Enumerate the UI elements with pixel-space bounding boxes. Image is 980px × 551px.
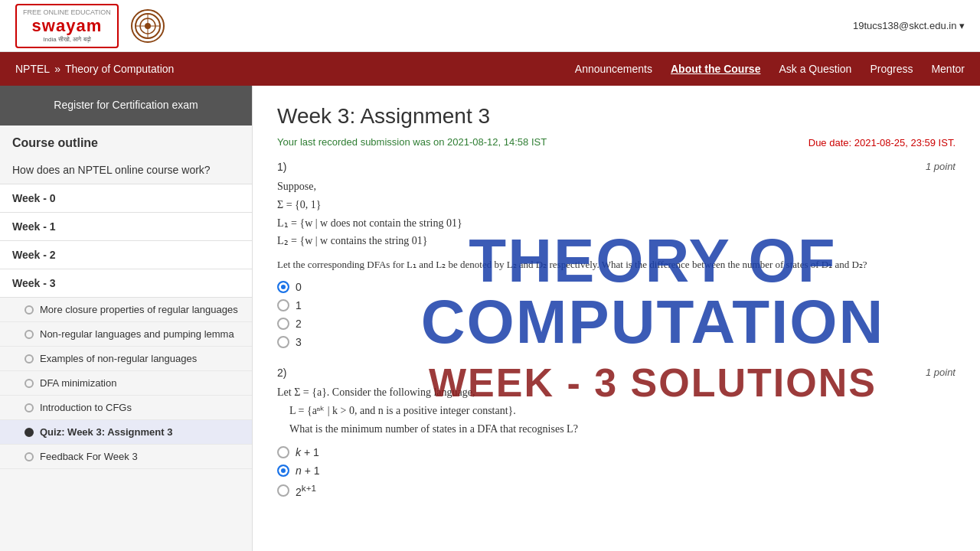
option-label: 1 xyxy=(296,299,302,311)
sidebar-item-week0[interactable]: Week - 0 xyxy=(0,184,252,213)
option-label: 2k+1 xyxy=(296,483,316,498)
radio-btn[interactable] xyxy=(277,318,289,330)
sidebar-sub-nonregular[interactable]: Non-regular languages and pumping lemma xyxy=(0,322,252,347)
q2-options: k + 1 n + 1 2k+1 xyxy=(277,446,956,498)
sidebar-sub-cfg[interactable]: Introduction to CFGs xyxy=(0,396,252,420)
q2-option-1[interactable]: n + 1 xyxy=(277,465,956,477)
q2-language: L = {aⁿᵏ | k > 0, and n is a positive in… xyxy=(289,402,956,420)
question-1: 1) 1 point Suppose, Σ = {0, 1} L₁ = {w |… xyxy=(277,161,956,348)
option-label: n + 1 xyxy=(296,465,320,477)
sidebar-sub-dfa[interactable]: DFA minimization xyxy=(0,371,252,396)
nav-links: Announcements About the Course Ask a Que… xyxy=(575,63,965,75)
option-label: k + 1 xyxy=(296,446,319,458)
breadcrumb: NPTEL » Theory of Computation xyxy=(15,63,174,75)
nav-bar: NPTEL » Theory of Computation Announceme… xyxy=(0,52,980,86)
radio-icon xyxy=(24,305,34,315)
cert-exam-button[interactable]: Register for Certification exam xyxy=(0,86,252,126)
sidebar-item-week3[interactable]: Week - 3 xyxy=(0,269,252,298)
radio-btn[interactable] xyxy=(277,446,289,458)
q2-header: 2) 1 point xyxy=(277,367,956,379)
nav-about[interactable]: About the Course xyxy=(671,63,760,75)
assignment-title: Week 3: Assignment 3 xyxy=(277,104,956,129)
q1-l2: L₂ = {w | w contains the string 01} xyxy=(277,232,956,250)
top-bar: FREE ONLINE EDUCATION swayam India सीखो,… xyxy=(0,0,980,52)
q2-intro: Let Σ = {a}. Consider the following lang… xyxy=(277,383,956,402)
logo-main-text: swayam xyxy=(32,16,103,36)
q2-num: 2) xyxy=(277,367,286,379)
sidebar-item-week1[interactable]: Week - 1 xyxy=(0,213,252,241)
logo-sub-text: FREE ONLINE EDUCATION xyxy=(23,8,111,16)
q1-header: 1) 1 point xyxy=(277,161,956,173)
nptel-emblem xyxy=(131,9,165,43)
radio-icon xyxy=(24,354,34,364)
q1-options: 0 1 2 3 xyxy=(277,281,956,348)
content-area: THEORY OF COMPUTATION WEEK - 3 SOLUTIONS… xyxy=(253,86,980,551)
q2-option-0[interactable]: k + 1 xyxy=(277,446,956,458)
option-label: 3 xyxy=(296,336,302,348)
q1-num: 1) xyxy=(277,161,286,173)
q1-body: Suppose, Σ = {0, 1} L₁ = {w | w does not… xyxy=(277,178,956,273)
nav-ask[interactable]: Ask a Question xyxy=(779,63,851,75)
option-label: 2 xyxy=(296,318,302,330)
logo-area: FREE ONLINE EDUCATION swayam India सीखो,… xyxy=(15,4,165,48)
q2-option-2[interactable]: 2k+1 xyxy=(277,483,956,498)
course-outline-title: Course outline xyxy=(0,126,252,156)
sidebar-sub-quiz[interactable]: Quiz: Week 3: Assignment 3 xyxy=(0,420,252,445)
question-2: 2) 1 point Let Σ = {a}. Consider the fol… xyxy=(277,367,956,497)
sidebar-item-week2[interactable]: Week - 2 xyxy=(0,241,252,269)
breadcrumb-sep: » xyxy=(54,63,60,75)
q1-option-0[interactable]: 0 xyxy=(277,281,956,293)
radio-btn[interactable] xyxy=(277,299,289,311)
sidebar: Register for Certification exam Course o… xyxy=(0,86,253,551)
q1-point: 1 point xyxy=(926,161,956,172)
q1-suppose: Suppose, xyxy=(277,178,956,196)
q1-option-1[interactable]: 1 xyxy=(277,299,956,311)
radio-icon-selected xyxy=(24,428,34,437)
user-menu[interactable]: 19tucs138@skct.edu.in ▾ xyxy=(853,20,965,31)
nav-announcements[interactable]: Announcements xyxy=(575,63,652,75)
q1-option-2[interactable]: 2 xyxy=(277,318,956,330)
q2-question-text: What is the minimum number of states in … xyxy=(289,420,956,439)
nav-progress[interactable]: Progress xyxy=(870,63,913,75)
q1-option-3[interactable]: 3 xyxy=(277,336,956,348)
sidebar-sub-feedback[interactable]: Feedback For Week 3 xyxy=(0,445,252,469)
radio-btn[interactable] xyxy=(277,484,289,497)
radio-icon xyxy=(24,403,34,412)
swayam-logo[interactable]: FREE ONLINE EDUCATION swayam India सीखो,… xyxy=(15,4,119,48)
sidebar-sub-closure[interactable]: More closure properties of regular langu… xyxy=(0,298,252,322)
radio-icon xyxy=(24,452,34,461)
option-label: 0 xyxy=(296,281,302,293)
main-layout: Register for Certification exam Course o… xyxy=(0,86,980,551)
q1-sigma: Σ = {0, 1} xyxy=(277,196,956,214)
user-email: 19tucs138@skct.edu.in xyxy=(853,20,956,31)
q1-question-text: Let the corresponding DFAs for L₁ and L₂… xyxy=(277,256,956,273)
radio-btn[interactable] xyxy=(277,336,289,348)
radio-btn-selected[interactable] xyxy=(277,465,289,477)
radio-icon xyxy=(24,379,34,388)
nav-mentor[interactable]: Mentor xyxy=(931,63,965,75)
radio-btn-selected[interactable] xyxy=(277,281,289,293)
sidebar-sub-examples[interactable]: Examples of non-regular languages xyxy=(0,347,252,371)
sidebar-item-how[interactable]: How does an NPTEL online course work? xyxy=(0,156,252,184)
q1-l1: L₁ = {w | w does not contain the string … xyxy=(277,214,956,233)
breadcrumb-course: Theory of Computation xyxy=(65,63,174,75)
breadcrumb-home[interactable]: NPTEL xyxy=(15,63,50,75)
dropdown-icon: ▾ xyxy=(959,20,965,31)
q2-point: 1 point xyxy=(926,367,956,378)
q2-body: Let Σ = {a}. Consider the following lang… xyxy=(277,383,956,438)
radio-icon xyxy=(24,330,34,339)
